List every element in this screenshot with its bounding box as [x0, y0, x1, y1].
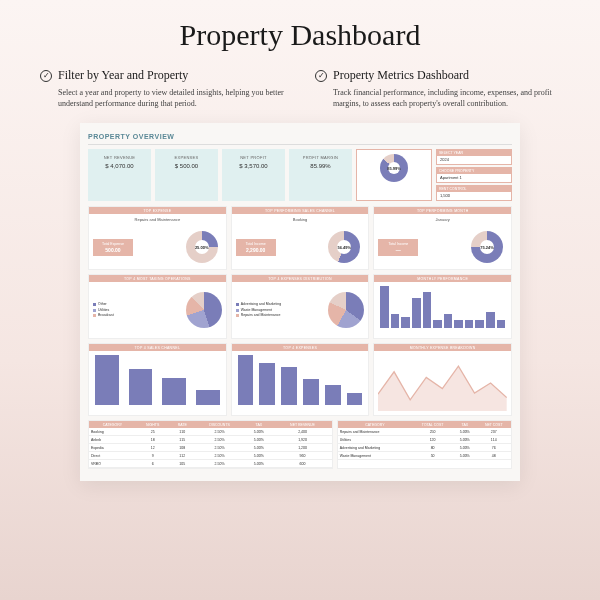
bar [380, 286, 389, 328]
select-label: CHOOSE PROPERTY [437, 168, 511, 174]
table-cell: 237 [476, 428, 511, 436]
select-year[interactable]: SELECT YEAR 2024 [436, 149, 512, 165]
table-row: Waste Management505.00%48 [338, 452, 511, 460]
expense-bar-chart [232, 351, 369, 415]
table-header: DISCOUNTS [195, 421, 244, 428]
kpi-label: EXPENSES [159, 155, 214, 160]
feature-title-text: Property Metrics Dashboard [333, 68, 469, 83]
bar [454, 320, 463, 328]
section-sub: January [374, 214, 511, 225]
bar [444, 314, 453, 328]
donut-block: Total Expense 500.00 25.00% [89, 225, 226, 269]
bar [401, 317, 410, 328]
table-header: TAX [453, 421, 476, 428]
expense-table-cell: CATEGORYTOTAL COSTTAXNET COSTRepairs and… [337, 420, 512, 469]
dashboard-panel: PROPERTY OVERVIEW NET REVENUE $ 4,070.00… [80, 123, 520, 481]
bar [465, 320, 474, 328]
table-header: NET COST [476, 421, 511, 428]
kpi-right-column: 85.99% [356, 149, 432, 201]
table-cell: 25 [136, 428, 170, 436]
table-row: Utilities1205.00%114 [338, 436, 511, 444]
table-cell: 5.00% [244, 460, 273, 468]
table-cell: 2.50% [195, 460, 244, 468]
feature-desc: Select a year and property to view detai… [40, 87, 285, 109]
bar [281, 367, 297, 405]
table-row: Airbnb181152.50%5.00%1,920 [89, 436, 332, 444]
stat-badge: Total Expense 500.00 [93, 239, 133, 256]
table-header: TOTAL COST [412, 421, 453, 428]
svg-marker-0 [378, 367, 507, 412]
table-cell: 5.00% [244, 444, 273, 452]
kpi-value: $ 4,070.00 [92, 163, 147, 169]
table-cell: 48 [476, 452, 511, 460]
table-cell: 76 [476, 444, 511, 452]
bar [423, 292, 432, 328]
expenses-pie-cell: TOP 4 EXPENSES DISTRIBUTION Advertising … [231, 274, 370, 339]
badge-title: Total Income [240, 242, 272, 246]
bar [412, 298, 421, 329]
table-cell: Direct [89, 452, 136, 460]
select-value: 1,500 [440, 193, 508, 198]
features-row: ✓ Filter by Year and Property Select a y… [0, 68, 600, 123]
table-header: NET REVENUE [273, 421, 331, 428]
bar [303, 379, 319, 405]
expense-table: CATEGORYTOTAL COSTTAXNET COSTRepairs and… [338, 421, 511, 460]
table-cell: 5.00% [453, 444, 476, 452]
section-sub: Repairs and Maintenance [89, 214, 226, 225]
table-cell: 18 [136, 436, 170, 444]
expenses-bar-cell: TOP 4 EXPENSES [231, 343, 370, 416]
table-cell: 5.00% [244, 452, 273, 460]
table-cell: Waste Management [338, 452, 412, 460]
target-pct: 85.99% [380, 154, 408, 182]
select-value: 2024 [440, 157, 508, 162]
table-cell: 2.50% [195, 444, 244, 452]
revenue-table-cell: CATEGORYNIGHTSRATEDISCOUNTSTAXNET REVENU… [88, 420, 333, 469]
table-cell: 250 [412, 428, 453, 436]
check-icon: ✓ [315, 70, 327, 82]
section-header: TOP 4 SALES CHANNEL [89, 344, 226, 351]
badge-value: 500.00 [97, 247, 129, 253]
kpi-label: NET PROFIT [226, 155, 281, 160]
table-cell: 108 [170, 444, 195, 452]
section-header: MONTHLY EXPENSE BREAKDOWN [374, 344, 511, 351]
bar [238, 355, 254, 405]
kpi-profit-margin: PROFIT MARGIN 85.99% [289, 149, 352, 201]
table-cell: 115 [170, 436, 195, 444]
section-sub: Booking [232, 214, 369, 225]
bar [129, 369, 153, 406]
row-distributions: TOP 4 MOST TAKING OPERATIONS Other Utili… [88, 274, 512, 339]
pie-chart [328, 292, 364, 328]
operations-pie-cell: TOP 4 MOST TAKING OPERATIONS Other Utili… [88, 274, 227, 339]
badge-title: Total Expense [97, 242, 129, 246]
kpi-label: PROFIT MARGIN [293, 155, 348, 160]
table-cell: 2,400 [273, 428, 331, 436]
monthly-expense-cell: MONTHLY EXPENSE BREAKDOWN [373, 343, 512, 416]
table-row: Booking251102.50%5.00%2,400 [89, 428, 332, 436]
table-cell: 5.00% [453, 428, 476, 436]
table-cell: 2.50% [195, 452, 244, 460]
pie-block: Advertising and Marketing Waste Manageme… [232, 282, 369, 338]
bar [259, 363, 275, 405]
donut-block: Total Income — 75.24% [374, 225, 511, 269]
stat-badge: Total Income — [378, 239, 418, 256]
legend-item: Broadcast [98, 313, 114, 319]
table-cell: 105 [170, 460, 195, 468]
table-header: NIGHTS [136, 421, 170, 428]
kpi-label: NET REVENUE [92, 155, 147, 160]
table-cell: 112 [170, 452, 195, 460]
select-property[interactable]: CHOOSE PROPERTY Apartment 1 [436, 167, 512, 183]
donut-chart: 25.00% [186, 231, 218, 263]
table-row: Advertising and Marketing805.00%76 [338, 444, 511, 452]
bar [486, 312, 495, 329]
table-cell: Utilities [338, 436, 412, 444]
table-row: Repairs and Maintenance2505.00%237 [338, 428, 511, 436]
section-header: TOP PERFORMING MONTH [374, 207, 511, 214]
feature-desc: Track financial performance, including i… [315, 87, 560, 109]
table-cell: 1,200 [273, 444, 331, 452]
select-label: RENT CONTROL [437, 186, 511, 192]
table-cell: Airbnb [89, 436, 136, 444]
donut-chart: 75.24% [471, 231, 503, 263]
badge-value: — [382, 247, 414, 253]
kpi-expenses: EXPENSES $ 500.00 [155, 149, 218, 201]
table-header: CATEGORY [89, 421, 136, 428]
